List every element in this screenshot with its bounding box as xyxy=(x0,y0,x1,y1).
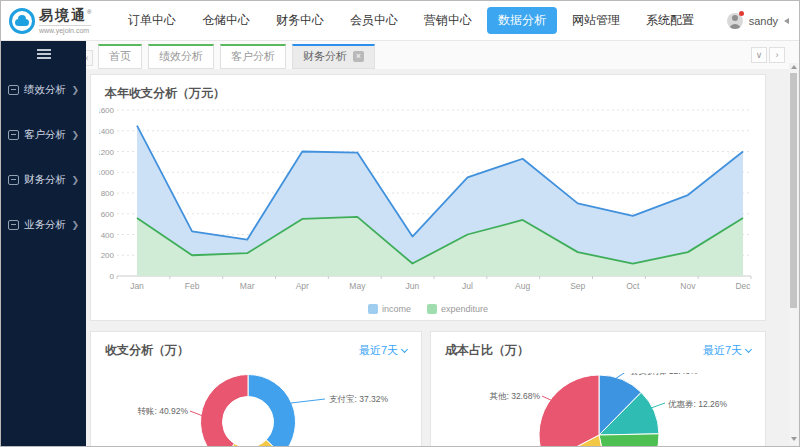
scroll-up-icon[interactable] xyxy=(791,65,797,69)
svg-text:Mar: Mar xyxy=(240,281,255,291)
nav-item-site-management[interactable]: 网站管理 xyxy=(559,7,633,34)
pie-chart: 会员折扣: 12.43%优惠券: 12.26%其他: 32.68% xyxy=(431,373,765,447)
notification-badge xyxy=(739,11,744,16)
sidebar-item-customer[interactable]: 客户分析 ❯ xyxy=(1,112,86,157)
registered-mark: ® xyxy=(87,9,91,15)
panel-icon xyxy=(8,85,19,95)
svg-text:Jul: Jul xyxy=(462,281,473,291)
svg-text:400: 400 xyxy=(101,231,115,240)
legend-income[interactable]: income xyxy=(368,304,411,314)
svg-text:Sep: Sep xyxy=(570,281,585,291)
tab-bar: ‹ 首页 绩效分析 客户分析 财务分析 × ∨ › xyxy=(86,41,799,69)
svg-text:800: 800 xyxy=(101,189,115,198)
chevron-down-icon xyxy=(401,345,408,352)
chevron-right-icon: ❯ xyxy=(71,85,79,95)
svg-text:支付宝: 37.32%: 支付宝: 37.32% xyxy=(329,394,388,404)
svg-text:Feb: Feb xyxy=(185,281,200,291)
svg-text:Jan: Jan xyxy=(130,281,144,291)
income-swatch-icon xyxy=(368,304,378,314)
card-weekly-income-expense: 收支分析（万） 最近7天 转账: 40.92%支付宝: 37.32% xyxy=(90,331,422,447)
brand-logo[interactable]: 易境通® www.yejoin.com xyxy=(9,7,109,34)
svg-text:May: May xyxy=(349,281,366,291)
app-window: 易境通® www.yejoin.com 订单中心 仓储中心 财务中心 会员中心 … xyxy=(0,0,800,447)
svg-text:Apr: Apr xyxy=(296,281,309,291)
chevron-right-icon: ❯ xyxy=(71,220,79,230)
chevron-down-icon xyxy=(745,345,752,352)
svg-text:1000: 1000 xyxy=(99,168,115,177)
close-tab-icon[interactable]: × xyxy=(353,51,364,62)
tab-home[interactable]: 首页 xyxy=(98,44,142,69)
svg-text:1200: 1200 xyxy=(99,148,115,157)
scroll-down-icon[interactable] xyxy=(791,437,797,441)
card-yearly-income-expense: 本年收支分析（万元） 02004006008001000120014001600… xyxy=(90,74,766,321)
content-area: ‹ 首页 绩效分析 客户分析 财务分析 × ∨ › 本年收支分析（万元） 020… xyxy=(86,41,799,446)
chart-legend: income expenditure xyxy=(91,304,765,314)
card-title: 成本占比（万） xyxy=(445,342,529,359)
svg-text:Jun: Jun xyxy=(406,281,420,291)
tab-scroll-right-button[interactable]: › xyxy=(769,47,785,63)
nav-item-data-analysis[interactable]: 数据分析 xyxy=(487,7,557,34)
svg-text:优惠券: 12.26%: 优惠券: 12.26% xyxy=(667,399,727,409)
range-selector-week[interactable]: 最近7天 xyxy=(359,343,407,358)
svg-text:Aug: Aug xyxy=(515,281,530,291)
donut-chart: 转账: 40.92%支付宝: 37.32% xyxy=(91,373,421,447)
svg-text:600: 600 xyxy=(101,210,115,219)
legend-expenditure[interactable]: expenditure xyxy=(427,304,488,314)
svg-text:Dec: Dec xyxy=(735,281,751,291)
area-chart: 02004006008001000120014001600JanFebMarAp… xyxy=(99,104,759,304)
main-menu: 订单中心 仓储中心 财务中心 会员中心 营销中心 数据分析 网站管理 系统配置 xyxy=(115,7,707,34)
panel-icon xyxy=(8,130,19,140)
tab-dropdown-button[interactable]: ∨ xyxy=(751,47,767,63)
brand-url: www.yejoin.com xyxy=(39,25,91,34)
chevron-right-icon: ❯ xyxy=(71,130,79,140)
scrollbar-thumb[interactable] xyxy=(790,73,797,308)
nav-item-finance[interactable]: 财务中心 xyxy=(263,7,337,34)
svg-text:1400: 1400 xyxy=(99,127,115,136)
card-title: 本年收支分析（万元） xyxy=(91,75,765,102)
nav-item-marketing[interactable]: 营销中心 xyxy=(411,7,485,34)
svg-text:200: 200 xyxy=(101,251,115,260)
tab-performance[interactable]: 绩效分析 xyxy=(148,44,214,69)
panel-icon xyxy=(8,175,19,185)
svg-text:Nov: Nov xyxy=(680,281,696,291)
svg-text:1600: 1600 xyxy=(99,106,115,115)
nav-item-system-config[interactable]: 系统配置 xyxy=(633,7,707,34)
user-menu[interactable]: sandy xyxy=(727,1,789,41)
vertical-scrollbar xyxy=(789,63,798,445)
nav-item-members[interactable]: 会员中心 xyxy=(337,7,411,34)
card-title: 收支分析（万） xyxy=(105,342,189,359)
svg-text:0: 0 xyxy=(110,272,115,281)
sidebar-item-business[interactable]: 业务分析 ❯ xyxy=(1,202,86,247)
range-selector-cost[interactable]: 最近7天 xyxy=(703,343,751,358)
sidebar-collapse-button[interactable] xyxy=(1,41,86,67)
nav-item-warehouse[interactable]: 仓储中心 xyxy=(189,7,263,34)
tab-finance-analysis[interactable]: 财务分析 × xyxy=(292,44,375,69)
sidebar-item-performance[interactable]: 绩效分析 ❯ xyxy=(1,67,86,112)
brand-name: 易境通 xyxy=(39,7,87,23)
panel-icon xyxy=(8,220,19,230)
top-navbar: 易境通® www.yejoin.com 订单中心 仓储中心 财务中心 会员中心 … xyxy=(1,1,799,41)
cloud-logo-icon xyxy=(9,8,35,34)
card-cost-ratio: 成本占比（万） 最近7天 会员折扣: 12.43%优惠券: 12.26%其他: … xyxy=(430,331,766,447)
nav-item-orders[interactable]: 订单中心 xyxy=(115,7,189,34)
chevron-right-icon: ❯ xyxy=(71,175,79,185)
user-name: sandy xyxy=(749,15,778,27)
svg-text:会员折扣: 12.43%: 会员折扣: 12.43% xyxy=(630,373,698,376)
user-menu-caret-icon xyxy=(784,18,789,24)
svg-text:转账: 40.92%: 转账: 40.92% xyxy=(137,406,188,416)
svg-text:Oct: Oct xyxy=(626,281,640,291)
svg-text:其他: 32.68%: 其他: 32.68% xyxy=(489,391,540,401)
sidebar: 绩效分析 ❯ 客户分析 ❯ 财务分析 ❯ 业务分析 ❯ xyxy=(1,41,86,446)
expenditure-swatch-icon xyxy=(427,304,437,314)
tab-customer[interactable]: 客户分析 xyxy=(220,44,286,69)
sidebar-item-finance[interactable]: 财务分析 ❯ xyxy=(1,157,86,202)
